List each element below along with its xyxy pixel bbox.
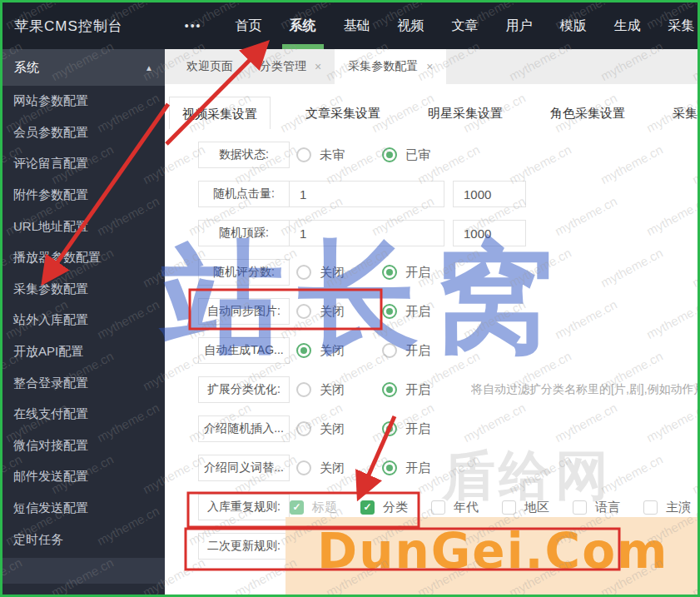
radio-label: 关闭 [320, 460, 345, 476]
checkbox-option-分类[interactable]: ✓分类 [360, 500, 431, 515]
max-value-input[interactable]: 1000 [453, 220, 526, 246]
close-icon[interactable]: × [426, 60, 433, 73]
form-row: 扩展分类优化:关闭开启将自动过滤扩分类名称里的[片,剧],例如动作片会 [198, 376, 698, 404]
checkbox-option-标题[interactable]: ✓标题 [290, 500, 360, 515]
subtab-文章采集设置[interactable]: 文章采集设置 [293, 97, 393, 129]
top-nav: 首页系统基础视频文章用户模版生成采集数据 [226, 2, 700, 49]
sidebar-item-会员参数配置[interactable]: 会员参数配置 [2, 117, 165, 149]
field-label: 数据状态: [198, 142, 290, 168]
checkbox-label: 地区 [524, 500, 549, 515]
min-value-input[interactable]: 1 [290, 220, 444, 246]
sidebar-item-评论留言配置[interactable]: 评论留言配置 [2, 148, 165, 180]
radio-option-关闭[interactable]: 关闭 [296, 421, 375, 437]
checkbox-icon [484, 540, 498, 554]
chevron-up-icon: ▲ [145, 63, 153, 72]
subtab-视频采集设置[interactable]: 视频采集设置 [169, 97, 271, 129]
checkbox-icon [502, 500, 516, 515]
checkbox-option-地区[interactable]: 地区 [502, 500, 573, 515]
checkbox-option-总集数[interactable]: 总集数 [646, 578, 700, 594]
radio-option-开启[interactable]: 开启 [382, 343, 461, 359]
checkbox-icon [483, 579, 497, 593]
checkbox-option-备注[interactable]: ✓备注 [566, 539, 646, 555]
radio-option-开启[interactable]: 开启 [382, 304, 461, 320]
checkbox-option-连载数[interactable]: 连载数 [484, 539, 566, 555]
field-label: 介绍同义词替... [198, 455, 290, 481]
radio-option-关闭[interactable]: 关闭 [296, 265, 375, 281]
checkbox-option-电视频道[interactable]: 电视频道 [483, 578, 564, 594]
sidebar-item-附件参数配置[interactable]: 附件参数配置 [2, 180, 165, 211]
radio-icon [296, 343, 311, 358]
top-nav-用户[interactable]: 用户 [496, 2, 543, 49]
tab-采集参数配置[interactable]: 采集参数配置× [335, 49, 446, 84]
sidebar-item-微信对接配置[interactable]: 微信对接配置 [2, 430, 165, 462]
radio-option-未审[interactable]: 未审 [296, 147, 375, 163]
min-value-input[interactable]: 1 [290, 181, 444, 207]
sidebar-item-站外入库配置[interactable]: 站外入库配置 [2, 305, 165, 336]
sidebar-item-在线支付配置[interactable]: 在线支付配置 [2, 399, 165, 430]
checkbox-icon [564, 579, 578, 593]
top-bar: 苹果CMS控制台 ••• 首页系统基础视频文章用户模版生成采集数据 [2, 2, 698, 49]
checkbox-option-资源类别[interactable]: 资源类别 [298, 578, 391, 594]
checkbox-icon [431, 500, 445, 515]
checkbox-option-简介[interactable]: 简介 [391, 578, 483, 594]
sidebar-item-播放器参数配置[interactable]: 播放器参数配置 [2, 242, 165, 274]
top-nav-文章[interactable]: 文章 [442, 2, 489, 49]
radio-icon [296, 460, 311, 475]
top-nav-系统[interactable]: 系统 [280, 2, 326, 49]
radio-option-开启[interactable]: 开启 [382, 460, 461, 476]
checkbox-option-节目周期[interactable]: 节目周期 [564, 578, 646, 594]
sidebar-item-短信发送配置[interactable]: 短信发送配置 [2, 493, 165, 525]
sidebar-group-system[interactable]: 系统 ▲ [2, 49, 165, 86]
top-nav-生成[interactable]: 生成 [604, 2, 651, 49]
radio-option-开启[interactable]: 开启 [382, 382, 461, 398]
form-row: 数据状态:未审已审 [198, 141, 698, 169]
radio-option-已审[interactable]: 已审 [382, 147, 461, 163]
checkbox-icon [298, 579, 312, 593]
checkbox-option-下载地址[interactable]: ✓下载地址 [391, 539, 484, 555]
radio-label: 关闭 [320, 421, 345, 437]
tab-欢迎页面[interactable]: 欢迎页面 [173, 49, 246, 84]
sidebar-item-URL地址配置[interactable]: URL地址配置 [2, 211, 165, 242]
sidebar-item-整合登录配置[interactable]: 整合登录配置 [2, 367, 165, 399]
sidebar-item-网站参数配置[interactable]: 网站参数配置 [2, 86, 165, 117]
radio-icon [296, 304, 311, 319]
top-nav-首页[interactable]: 首页 [226, 2, 272, 49]
subtab-明星采集设置[interactable]: 明星采集设置 [415, 97, 515, 129]
sidebar-item-采集参数配置[interactable]: 采集参数配置 [2, 274, 165, 306]
checkbox-option-主演[interactable]: 主演 [643, 500, 700, 515]
app-logo: 苹果CMS控制台 [14, 17, 123, 36]
radio-label: 开启 [405, 421, 430, 437]
checkbox-option-导演[interactable]: 导演 [646, 539, 693, 555]
sidebar-item-邮件发送配置[interactable]: 邮件发送配置 [2, 461, 165, 493]
radio-option-开启[interactable]: 开启 [382, 421, 461, 437]
field-label: 扩展分类优化: [198, 376, 290, 403]
checkbox-option-年代[interactable]: 年代 [431, 500, 502, 515]
radio-label: 已审 [405, 147, 430, 163]
max-value-input[interactable]: 1000 [453, 181, 526, 207]
radio-option-关闭[interactable]: 关闭 [296, 304, 375, 320]
checkbox-option-语言[interactable]: 语言 [573, 500, 643, 515]
sidebar-item-开放API配置[interactable]: 开放API配置 [2, 336, 165, 368]
radio-option-关闭[interactable]: 关闭 [296, 382, 375, 398]
form-row: 自动生成TAG...关闭开启 [198, 336, 698, 365]
checkbox-icon: ✓ [391, 540, 405, 554]
subtab-角色采集设置[interactable]: 角色采集设置 [538, 97, 638, 129]
checkbox-label: 播放地址 [319, 539, 369, 555]
field-label: 入库重复规则: [198, 494, 290, 520]
radio-option-关闭[interactable]: 关闭 [296, 343, 375, 359]
checkbox-option-播放地址[interactable]: ✓播放地址 [296, 539, 391, 555]
subtab-采集词库设置[interactable]: 采集词库设置 [660, 97, 700, 129]
sidebar-item-定时任务[interactable]: 定时任务 [2, 524, 165, 555]
checkbox-label: 连载数 [506, 539, 544, 555]
main-area: 欢迎页面分类管理×采集参数配置× 视频采集设置文章采集设置明星采集设置角色采集设… [165, 49, 698, 595]
tab-分类管理[interactable]: 分类管理× [246, 49, 335, 84]
close-icon[interactable]: × [315, 60, 321, 73]
top-nav-模版[interactable]: 模版 [550, 2, 597, 49]
top-nav-采集[interactable]: 采集 [658, 2, 700, 49]
radio-option-开启[interactable]: 开启 [382, 265, 461, 281]
radio-option-关闭[interactable]: 关闭 [296, 460, 375, 476]
more-menu-icon[interactable]: ••• [185, 19, 202, 32]
top-nav-基础[interactable]: 基础 [334, 2, 380, 49]
top-nav-视频[interactable]: 视频 [388, 2, 434, 49]
open-tabs-bar: 欢迎页面分类管理×采集参数配置× [165, 49, 698, 84]
